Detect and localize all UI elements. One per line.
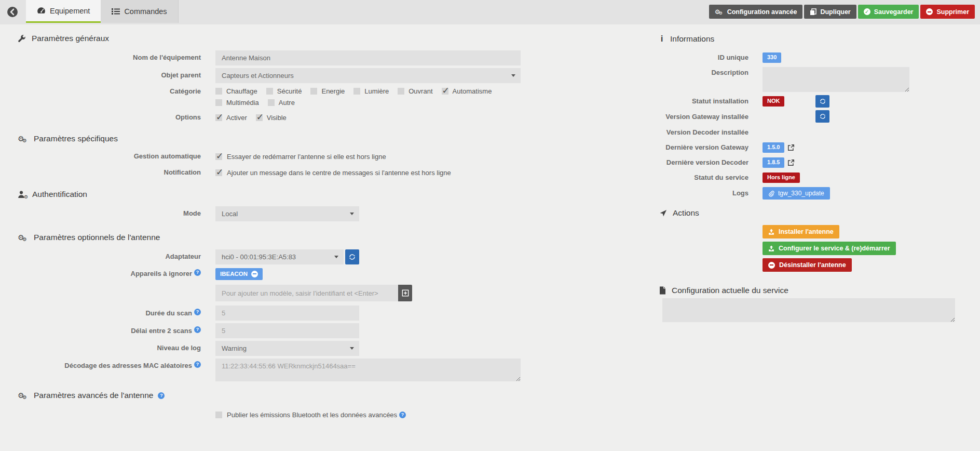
category-checkbox[interactable] — [310, 88, 317, 95]
help-icon[interactable]: ? — [158, 392, 165, 399]
select-value: hci0 - 00:01:95:3E:A5:83 — [222, 253, 296, 261]
configure-service-label: Configurer le service & (re)démarrer — [779, 245, 890, 252]
decoder-latest-row: Dernière version Decoder 1.8.5 — [659, 157, 963, 168]
duplicate-label: Dupliquer — [820, 8, 850, 16]
tab-commandes[interactable]: Commandes — [101, 0, 178, 23]
category-checkbox[interactable] — [266, 88, 273, 95]
section-service-config: Configuration actuelle du service — [659, 286, 963, 295]
external-link-icon[interactable] — [787, 144, 795, 151]
tab-label: Commandes — [124, 7, 167, 16]
checkbox-label: Multimédia — [226, 99, 259, 107]
mode-row: Mode Local — [0, 206, 542, 221]
configure-service-button[interactable]: Configurer le service & (re)démarrer — [763, 242, 896, 255]
mode-select[interactable]: Local — [215, 206, 359, 221]
auto-restart-checkbox[interactable] — [215, 153, 222, 160]
gears-icon — [18, 233, 28, 242]
uninstall-antenna-button[interactable]: Désinstaller l'antenne — [763, 258, 852, 272]
select-value: Warning — [222, 344, 247, 352]
mac-decode-textarea[interactable] — [215, 359, 521, 381]
category-checkbox[interactable] — [215, 99, 222, 106]
category-checkbox[interactable] — [398, 88, 404, 95]
category-row: Catégorie Chauffage Sécurité Energie Lum… — [0, 86, 542, 108]
options-row: Options Activer Visible — [0, 112, 542, 123]
refresh-icon — [820, 113, 826, 120]
help-icon[interactable]: ? — [194, 361, 201, 368]
field-label: Catégorie — [0, 86, 215, 96]
checkbox-label: Publier les émissions Bluetooth et les d… — [227, 411, 397, 419]
paperclip-icon — [768, 190, 774, 197]
checkbox-label: Automatisme — [453, 87, 492, 95]
info-panel: i Informations ID unique 330 Description… — [659, 24, 963, 324]
publish-checkbox[interactable] — [215, 412, 222, 418]
section-advanced: Paramètres avancés de l'antenne ? — [18, 391, 542, 400]
scan-delay-input[interactable] — [215, 323, 359, 338]
adapter-select[interactable]: hci0 - 00:01:95:3E:A5:83 — [215, 249, 344, 264]
description-row: Description — [659, 67, 963, 92]
checkbox-label: Activer — [226, 114, 247, 122]
install-antenna-label: Installer l'antenne — [779, 228, 834, 235]
equipment-form: Paramètres généraux Nom de l'équipement … — [0, 24, 542, 423]
minus-circle-icon — [768, 262, 775, 269]
scan-duration-input[interactable] — [215, 306, 359, 321]
help-icon[interactable]: ? — [399, 412, 406, 418]
install-status-badge: NOK — [763, 96, 784, 106]
name-row: Nom de l'équipement — [0, 50, 542, 65]
checkbox-label: Ouvrant — [409, 87, 432, 95]
advanced-config-button[interactable]: Configuration avancée — [709, 5, 803, 19]
category-checkbox[interactable] — [268, 99, 275, 106]
name-input[interactable] — [215, 50, 521, 65]
add-device-button[interactable] — [398, 285, 412, 301]
field-label: Options — [0, 113, 215, 122]
section-title: Paramètres avancés de l'antenne — [34, 391, 153, 400]
category-checkbox[interactable] — [215, 88, 222, 95]
log-level-select[interactable]: Warning — [215, 341, 359, 356]
service-config-textarea[interactable] — [662, 298, 955, 322]
save-label: Sauvegarder — [874, 8, 914, 16]
parent-select[interactable]: Capteurs et Actionneurs — [215, 68, 521, 83]
section-specific: Paramètres spécifiques — [18, 134, 542, 143]
log-level-row: Niveau de log Warning — [0, 341, 542, 356]
install-status-refresh-button[interactable] — [815, 95, 829, 108]
category-checkbox[interactable] — [442, 88, 448, 95]
section-general: Paramètres généraux — [18, 34, 542, 43]
publish-row: Publier les émissions Bluetooth et les d… — [0, 409, 542, 420]
section-title: Paramètres généraux — [32, 34, 109, 43]
notification-checkbox[interactable] — [215, 169, 222, 176]
tag-label: IBEACON — [220, 271, 248, 277]
external-link-icon[interactable] — [787, 159, 795, 166]
gears-icon — [18, 134, 28, 143]
help-icon[interactable]: ? — [194, 269, 201, 276]
info-icon: i — [659, 34, 664, 44]
back-button[interactable] — [7, 6, 18, 18]
upload-icon — [768, 229, 774, 235]
section-title: Informations — [670, 34, 714, 44]
enable-checkbox[interactable] — [215, 114, 222, 121]
parent-row: Objet parent Capteurs et Actionneurs — [0, 68, 542, 83]
duplicate-button[interactable]: Dupliquer — [804, 5, 856, 19]
visible-checkbox[interactable] — [256, 114, 263, 121]
logs-label: tgw_330_update — [778, 190, 824, 197]
gateway-version-badge[interactable]: 1.5.0 — [763, 142, 784, 152]
logs-button[interactable]: tgw_330_update — [763, 187, 830, 200]
category-checkboxes: Chauffage Sécurité Energie Lumière Ouvra… — [215, 86, 509, 108]
caret-down-icon — [334, 256, 338, 258]
adapter-refresh-button[interactable] — [345, 249, 359, 264]
gateway-version-refresh-button[interactable] — [815, 110, 829, 123]
delete-button[interactable]: Supprimer — [920, 5, 975, 19]
tag-remove-icon[interactable] — [251, 271, 258, 277]
help-icon[interactable]: ? — [194, 309, 201, 315]
wrench-icon — [18, 34, 26, 43]
tab-label: Equipement — [50, 7, 90, 15]
help-icon[interactable]: ? — [194, 326, 201, 333]
field-label: Niveau de log — [0, 344, 215, 352]
user-gear-icon: ⚙ — [18, 190, 26, 198]
mac-decode-row: Décodage des adresses MAC aléatoires? — [0, 359, 542, 381]
save-button[interactable]: Sauvegarder — [858, 5, 919, 19]
install-antenna-button[interactable]: Installer l'antenne — [763, 225, 839, 238]
category-checkbox[interactable] — [353, 88, 360, 95]
service-status-badge: Hors ligne — [763, 173, 800, 182]
add-device-input[interactable] — [215, 285, 398, 301]
decoder-version-badge[interactable]: 1.8.5 — [763, 157, 784, 167]
description-textarea[interactable] — [763, 67, 909, 92]
tab-equipement[interactable]: Equipement — [26, 0, 101, 23]
